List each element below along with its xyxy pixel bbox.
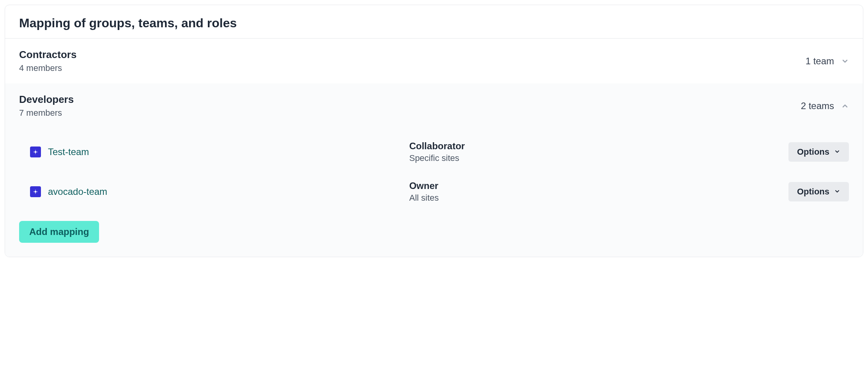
chevron-down-icon [841, 57, 849, 65]
team-icon [30, 186, 41, 197]
group-members: 4 members [19, 63, 76, 73]
options-label: Options [797, 147, 829, 157]
role-name: Owner [409, 180, 788, 191]
role-scope: All sites [409, 193, 788, 203]
team-actions: Options [788, 142, 849, 162]
options-label: Options [797, 187, 829, 197]
team-name-link[interactable]: Test-team [48, 147, 89, 157]
team-identity: Test-team [19, 147, 409, 157]
role-scope: Specific sites [409, 153, 788, 163]
group-summary: 1 team [806, 56, 849, 67]
options-button[interactable]: Options [788, 182, 849, 201]
team-count: 2 teams [801, 101, 834, 111]
page-title: Mapping of groups, teams, and roles [19, 16, 849, 30]
team-row: Test-team Collaborator Specific sites Op… [19, 132, 849, 172]
chevron-down-icon [834, 187, 840, 197]
svg-point-0 [35, 151, 36, 153]
group-name: Developers [19, 94, 74, 106]
group-expanded-content: Test-team Collaborator Specific sites Op… [5, 128, 863, 257]
group-info: Developers 7 members [19, 94, 74, 118]
group-name: Contractors [19, 49, 76, 61]
team-actions: Options [788, 182, 849, 201]
group-members: 7 members [19, 108, 74, 118]
add-mapping-button[interactable]: Add mapping [19, 221, 99, 243]
group-row-contractors[interactable]: Contractors 4 members 1 team [5, 39, 863, 83]
team-role-info: Collaborator Specific sites [409, 141, 788, 163]
group-info: Contractors 4 members [19, 49, 76, 73]
mapping-card: Mapping of groups, teams, and roles Cont… [5, 5, 863, 257]
group-row-developers[interactable]: Developers 7 members 2 teams [5, 83, 863, 128]
role-name: Collaborator [409, 141, 788, 152]
team-name-link[interactable]: avocado-team [48, 186, 107, 197]
team-row: avocado-team Owner All sites Options [19, 172, 849, 212]
card-header: Mapping of groups, teams, and roles [5, 5, 863, 39]
team-identity: avocado-team [19, 186, 409, 197]
chevron-up-icon [841, 102, 849, 110]
options-button[interactable]: Options [788, 142, 849, 162]
team-role-info: Owner All sites [409, 180, 788, 203]
group-summary: 2 teams [801, 101, 849, 111]
team-icon [30, 147, 41, 157]
team-count: 1 team [806, 56, 834, 67]
svg-point-5 [35, 191, 36, 192]
chevron-down-icon [834, 147, 840, 157]
